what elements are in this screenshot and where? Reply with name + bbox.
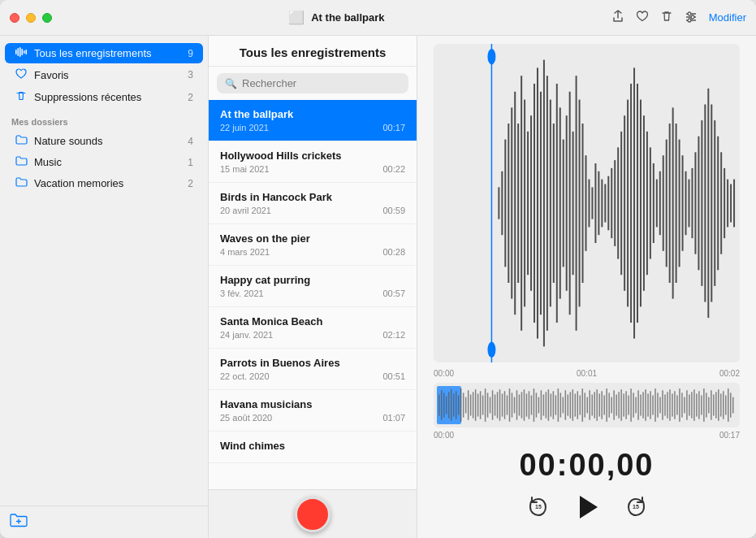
- svg-rect-139: [555, 395, 556, 414]
- svg-rect-123: [516, 390, 517, 420]
- svg-rect-203: [711, 390, 711, 420]
- close-button[interactable]: [10, 13, 19, 23]
- sidebar-item-recent-deletions[interactable]: Suppressions récentes 2: [5, 86, 203, 108]
- folders-section-header: Mes dossiers: [0, 109, 208, 130]
- svg-rect-122: [514, 397, 515, 414]
- svg-rect-73: [679, 140, 680, 267]
- trash-icon[interactable]: [660, 10, 673, 26]
- list-item[interactable]: At the ballpark 22 juin 2021 00:17: [209, 100, 417, 141]
- sidebar-item-nature-sounds[interactable]: Nature sounds 4: [5, 131, 203, 151]
- svg-rect-72: [676, 124, 677, 283]
- svg-rect-91: [438, 394, 439, 415]
- svg-rect-209: [725, 395, 726, 414]
- svg-rect-70: [669, 124, 671, 283]
- list-item[interactable]: Happy cat purring 3 fév. 2021 00:57: [209, 266, 417, 307]
- svg-rect-159: [603, 395, 604, 414]
- record-button[interactable]: [295, 497, 330, 532]
- play-button[interactable]: [572, 492, 602, 522]
- svg-rect-102: [465, 397, 466, 414]
- sidebar-toggle-icon[interactable]: ⬜: [288, 10, 305, 25]
- svg-rect-137: [551, 393, 551, 416]
- svg-rect-81: [704, 104, 706, 302]
- search-input[interactable]: [242, 77, 400, 89]
- titlebar: ⬜ At the ballpark Modifier: [0, 0, 756, 36]
- svg-rect-80: [701, 120, 702, 286]
- svg-rect-180: [654, 388, 655, 422]
- skip-back-button[interactable]: 15: [524, 494, 550, 520]
- svg-rect-79: [698, 137, 699, 271]
- svg-rect-22: [514, 92, 516, 315]
- svg-rect-125: [521, 392, 522, 418]
- svg-rect-43: [582, 124, 584, 283]
- recording-duration: 00:22: [382, 164, 405, 174]
- svg-rect-66: [656, 180, 658, 228]
- svg-rect-130: [534, 388, 534, 422]
- share-icon[interactable]: [611, 10, 624, 26]
- modifier-button[interactable]: Modifier: [709, 11, 746, 24]
- folder-icon-music: [15, 156, 28, 168]
- svg-rect-42: [579, 100, 581, 307]
- svg-rect-32: [546, 76, 548, 331]
- svg-rect-50: [604, 184, 606, 222]
- svg-rect-128: [529, 391, 529, 419]
- nature-sounds-label: Nature sounds: [34, 135, 181, 147]
- svg-rect-65: [653, 163, 654, 243]
- svg-rect-99: [458, 395, 459, 414]
- svg-rect-212: [732, 397, 733, 414]
- list-item[interactable]: Parrots in Buenos Aires 22 oct. 2020 00:…: [209, 349, 417, 390]
- svg-rect-132: [538, 397, 539, 414]
- recording-meta: 22 oct. 2020 00:51: [220, 371, 405, 381]
- list-item[interactable]: Havana musicians 25 août 2020 01:07: [209, 390, 417, 432]
- sidebar-footer: [0, 505, 208, 538]
- svg-rect-194: [689, 394, 689, 415]
- svg-rect-33: [550, 100, 551, 307]
- svg-rect-84: [714, 120, 715, 286]
- list-item[interactable]: Waves on the pier 4 mars 2021 00:28: [209, 224, 417, 266]
- svg-rect-34: [553, 124, 555, 283]
- sliders-icon[interactable]: [685, 10, 698, 26]
- main-content: Tous les enregistrements 9 Favoris 3 Sup…: [0, 36, 756, 538]
- list-item[interactable]: Birds in Hancock Park 20 avril 2021 00:5…: [209, 183, 417, 224]
- svg-rect-9: [22, 49, 24, 55]
- svg-rect-107: [477, 393, 478, 416]
- svg-rect-160: [606, 388, 607, 422]
- sidebar-item-vacation-memories[interactable]: Vacation memories 2: [5, 173, 203, 193]
- svg-text:15: 15: [535, 504, 542, 510]
- sidebar-item-favorites[interactable]: Favoris 3: [5, 64, 203, 85]
- svg-rect-92: [441, 390, 442, 420]
- list-item[interactable]: Santa Monica Beach 24 janv. 2021 02:12: [209, 307, 417, 349]
- svg-point-15: [487, 49, 495, 65]
- maximize-button[interactable]: [42, 13, 52, 23]
- new-folder-icon[interactable]: [10, 513, 28, 531]
- svg-rect-58: [630, 84, 632, 323]
- minimize-button[interactable]: [26, 13, 36, 23]
- record-indicator: [305, 506, 321, 523]
- svg-rect-76: [689, 180, 690, 228]
- favorites-count: 3: [188, 69, 193, 80]
- svg-rect-200: [703, 388, 704, 422]
- favorite-icon[interactable]: [636, 10, 649, 26]
- sidebar-item-music[interactable]: Music 1: [5, 152, 203, 172]
- svg-rect-87: [724, 168, 725, 238]
- list-item[interactable]: Wind chimes: [209, 432, 417, 463]
- music-label: Music: [34, 156, 181, 168]
- svg-rect-211: [730, 393, 731, 417]
- svg-rect-175: [642, 392, 643, 418]
- svg-rect-135: [546, 392, 546, 418]
- svg-rect-47: [594, 163, 596, 243]
- search-bar[interactable]: 🔍: [217, 73, 408, 93]
- svg-rect-95: [448, 392, 449, 418]
- svg-rect-164: [616, 394, 616, 415]
- svg-rect-89: [730, 184, 732, 222]
- svg-rect-94: [446, 397, 447, 414]
- svg-rect-162: [611, 397, 611, 414]
- svg-rect-112: [490, 397, 490, 414]
- folder-icon-vacation: [15, 177, 28, 189]
- svg-rect-206: [718, 389, 719, 421]
- svg-rect-156: [596, 389, 597, 421]
- skip-forward-button[interactable]: 15: [624, 494, 650, 520]
- svg-rect-201: [706, 393, 706, 417]
- sidebar-item-all-recordings[interactable]: Tous les enregistrements 9: [5, 43, 203, 63]
- list-item[interactable]: Hollywood Hills crickets 15 mai 2021 00:…: [209, 141, 417, 183]
- mini-waveform: [434, 383, 740, 427]
